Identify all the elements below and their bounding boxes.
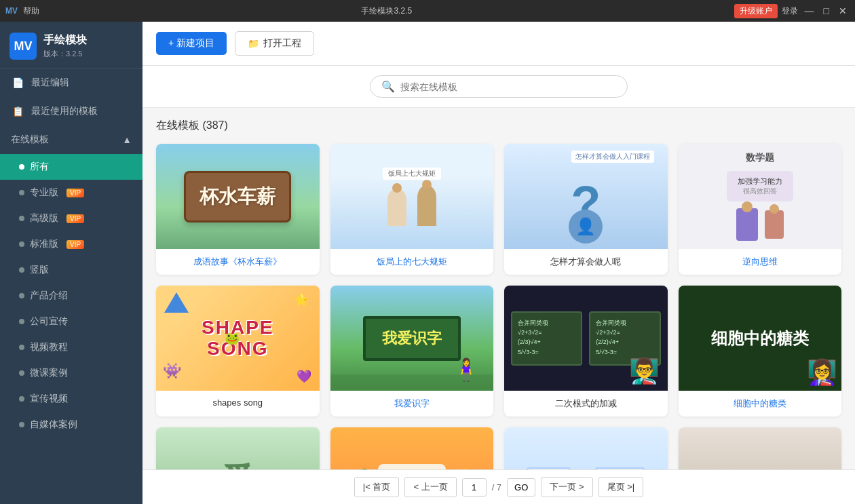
brand-version: 版本：3.2.5 (43, 49, 87, 59)
sub-item-label: 自媒体案例 (30, 419, 77, 431)
wind-card: wind (527, 467, 570, 470)
search-area: 🔍 (142, 66, 855, 108)
maximize-button[interactable]: □ (821, 5, 832, 16)
person-circle: 👤 (569, 210, 603, 244)
collapse-icon: ▲ (122, 134, 132, 145)
dot-icon (19, 190, 24, 195)
dot-icon (19, 267, 24, 273)
titlebar: MV 帮助 手绘模块3.2.5 升级账户 登录 — □ ✕ (0, 0, 855, 22)
ercifen-board1: 合并同类项 √2+3√2= (2/3)√4+ 5/√3-3= (511, 311, 582, 366)
sub-item-label: 标准版 (30, 238, 58, 250)
sidebar-item-micro-course[interactable]: 微课案例 (0, 360, 142, 386)
template-title-nixiang: 逆向思维 (679, 249, 842, 275)
math-content: 加强学习能力 很高效回答 (727, 171, 793, 201)
sidebar-item-product[interactable]: 产品介绍 (0, 283, 142, 309)
recent-edit-icon: 📄 (11, 77, 24, 88)
chengyu-text: 杯水车薪 (184, 171, 291, 222)
sidebar-item-recent-edit[interactable]: 📄 最近编辑 (0, 69, 142, 97)
template-card-ai[interactable]: 爱 (156, 427, 320, 469)
prev-page-button[interactable]: < 上一页 (404, 477, 456, 497)
rende-label: 怎样才算会做人入门课程 (571, 151, 654, 163)
sidebar-item-advanced[interactable]: 高级版 VIP (0, 206, 142, 231)
sub-item-label: 产品介绍 (30, 290, 68, 302)
template-title-chengyu: 成语故事《杯水车薪》 (156, 249, 320, 275)
template-thumb-ai: 爱 (156, 427, 320, 469)
template-thumb-compute: 🍎 如何计算 💡 (330, 427, 494, 469)
open-project-label: 打开工程 (263, 37, 301, 50)
template-thumb-nixiang: 数学题 加强学习能力 很高效回答 (679, 144, 842, 249)
template-thumb-windy: wind → windy 🧑 (504, 427, 668, 469)
template-title-shapes: shapes song (156, 391, 320, 414)
sub-item-label: 所有 (30, 161, 49, 173)
search-input[interactable] (400, 81, 616, 92)
template-card-windy[interactable]: wind → windy 🧑 (504, 427, 668, 469)
search-icon: 🔍 (381, 80, 395, 93)
vip-badge: VIP (66, 214, 84, 223)
open-project-icon: 📁 (248, 38, 259, 49)
titlebar-left: MV 帮助 (5, 5, 39, 17)
template-card-nixiang[interactable]: 数学题 加强学习能力 很高效回答 (679, 144, 842, 275)
last-page-button[interactable]: 尾页 >| (598, 477, 644, 497)
sidebar-item-label: 最近编辑 (31, 77, 69, 89)
template-thumb-ercifen: 合并同类项 √2+3√2= (2/3)√4+ 5/√3-3= 合并同类项 √2+… (504, 286, 668, 391)
template-thumb-rende: 怎样才算会做人入门课程 ? 👤 (504, 144, 668, 249)
template-thumb-mountain: AMV ❋ 模板 (679, 427, 842, 469)
fanju-label: 饭局上七大规矩 (383, 168, 441, 180)
new-project-button[interactable]: + 新建项目 (156, 32, 227, 55)
sidebar-item-standard[interactable]: 标准版 VIP (0, 231, 142, 257)
sidebar-item-vertical[interactable]: 竖版 (0, 257, 142, 283)
total-pages: / 7 (492, 482, 501, 492)
dot-icon (19, 164, 24, 170)
windy-card: windy (595, 467, 645, 470)
login-button[interactable]: 登录 (782, 5, 798, 17)
sidebar-item-pro[interactable]: 专业版 VIP (0, 180, 142, 206)
sidebar-item-recent-template[interactable]: 📋 最近使用的模板 (0, 97, 142, 125)
brand-text: 手绘模块 版本：3.2.5 (43, 33, 87, 59)
sidebar-item-promo-video[interactable]: 宣传视频 (0, 386, 142, 412)
template-card-shapes[interactable]: ⭐ 👾 💜 🐸 SHAPE SONG shapes song (156, 286, 320, 416)
sidebar-item-video-tutorial[interactable]: 视频教程 (0, 334, 142, 360)
next-page-button[interactable]: 下一页 > (541, 477, 592, 497)
heart-shape: 💜 (297, 369, 311, 384)
dot-icon (19, 370, 24, 376)
template-title-wode: 我爱识字 (330, 391, 494, 416)
template-card-xibao[interactable]: 细胞中的糖类 👩‍🏫 细胞中的糖类 (679, 286, 842, 416)
open-project-button[interactable]: 📁 打开工程 (235, 31, 314, 56)
sidebar-item-self-media[interactable]: 自媒体案例 (0, 412, 142, 438)
dot-icon (19, 241, 24, 247)
template-card-compute[interactable]: 🍎 如何计算 💡 如何计算 (330, 427, 494, 469)
wode-board: 我爱识字 (363, 316, 461, 361)
section-label: 在线模板 (11, 134, 49, 146)
sidebar-item-all[interactable]: 所有 (0, 154, 142, 180)
templates-content: 在线模板 (387) 杯水车薪 成语故事《杯水车薪》 饭局上七大规矩 (142, 108, 855, 469)
sub-item-label: 视频教程 (30, 341, 68, 353)
sidebar-section-online-templates[interactable]: 在线模板 ▲ (0, 125, 142, 154)
bulb-icon: 💡 (453, 468, 478, 469)
template-card-rende[interactable]: 怎样才算会做人入门课程 ? 👤 怎样才算会做人呢 (504, 144, 668, 275)
titlebar-right: 升级账户 登录 — □ ✕ (734, 4, 850, 18)
dot-icon (19, 396, 24, 402)
template-card-fanju[interactable]: 饭局上七大规矩 饭局上的七大规矩 (330, 144, 494, 275)
close-button[interactable]: ✕ (836, 5, 850, 16)
vip-badge: VIP (66, 189, 84, 197)
dot-icon (19, 293, 24, 298)
upgrade-button[interactable]: 升级账户 (734, 4, 778, 18)
template-card-ercifen[interactable]: 合并同类项 √2+3√2= (2/3)√4+ 5/√3-3= 合并同类项 √2+… (504, 286, 668, 416)
pagination: |< 首页 < 上一页 / 7 GO 下一页 > 尾页 >| (142, 469, 855, 504)
content-area: + 新建项目 📁 打开工程 🔍 在线模板 (387) 杯水车薪 (142, 22, 855, 504)
titlebar-help[interactable]: 帮助 (23, 5, 39, 17)
minimize-button[interactable]: — (802, 5, 817, 16)
page-number-input[interactable] (462, 478, 487, 497)
go-button[interactable]: GO (507, 478, 535, 497)
first-page-button[interactable]: |< 首页 (354, 477, 400, 497)
template-card-mountain[interactable]: AMV ❋ 模板 (679, 427, 842, 469)
template-thumb-chengyu: 杯水车薪 (156, 144, 320, 249)
dot-icon (19, 216, 24, 221)
sidebar-item-company[interactable]: 公司宣传 (0, 309, 142, 334)
sub-item-label: 专业版 (30, 187, 58, 199)
teacher-female: 👩‍🏫 (807, 358, 837, 387)
template-card-wode[interactable]: 我爱识字 🧍‍♀️ 我爱识字 (330, 286, 494, 416)
brand-logo: MV (10, 33, 37, 60)
template-card-chengyu[interactable]: 杯水车薪 成语故事《杯水车薪》 (156, 144, 320, 275)
sub-item-label: 公司宣传 (30, 315, 68, 328)
